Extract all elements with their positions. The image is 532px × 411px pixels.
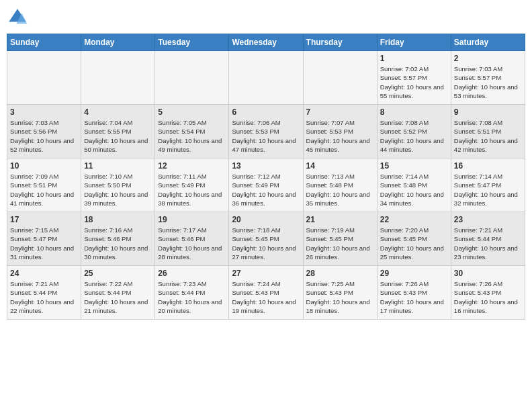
day-info: Sunrise: 7:05 AM Sunset: 5:54 PM Dayligh…: [158, 118, 226, 154]
day-number: 27: [232, 269, 300, 278]
weekday-friday: Friday: [377, 34, 451, 51]
day-number: 24: [10, 269, 78, 278]
weekday-saturday: Saturday: [451, 34, 525, 51]
day-cell: 18Sunrise: 7:16 AM Sunset: 5:46 PM Dayli…: [81, 212, 155, 266]
day-cell: 12Sunrise: 7:11 AM Sunset: 5:49 PM Dayli…: [155, 158, 229, 212]
day-number: 12: [158, 161, 226, 171]
day-number: 9: [454, 107, 522, 117]
day-cell: 28Sunrise: 7:25 AM Sunset: 5:43 PM Dayli…: [303, 266, 377, 320]
day-info: Sunrise: 7:25 AM Sunset: 5:43 PM Dayligh…: [306, 279, 374, 315]
day-number: 13: [232, 161, 300, 171]
day-info: Sunrise: 7:09 AM Sunset: 5:51 PM Dayligh…: [10, 172, 78, 208]
day-cell: 13Sunrise: 7:12 AM Sunset: 5:49 PM Dayli…: [229, 158, 303, 212]
page: SundayMondayTuesdayWednesdayThursdayFrid…: [0, 0, 532, 411]
calendar: SundayMondayTuesdayWednesdayThursdayFrid…: [7, 34, 525, 320]
day-cell: [229, 51, 303, 105]
day-cell: 5Sunrise: 7:05 AM Sunset: 5:54 PM Daylig…: [155, 105, 229, 158]
day-info: Sunrise: 7:26 AM Sunset: 5:43 PM Dayligh…: [380, 279, 448, 315]
header: [7, 7, 525, 28]
weekday-thursday: Thursday: [303, 34, 377, 51]
weekday-header-row: SundayMondayTuesdayWednesdayThursdayFrid…: [7, 34, 525, 51]
day-info: Sunrise: 7:20 AM Sunset: 5:45 PM Dayligh…: [380, 226, 448, 261]
day-cell: 24Sunrise: 7:21 AM Sunset: 5:44 PM Dayli…: [7, 266, 81, 320]
day-cell: [81, 51, 155, 105]
day-cell: 4Sunrise: 7:04 AM Sunset: 5:55 PM Daylig…: [81, 105, 155, 158]
logo-icon: [7, 7, 28, 28]
day-cell: 1Sunrise: 7:02 AM Sunset: 5:57 PM Daylig…: [377, 51, 451, 105]
week-row-0: 1Sunrise: 7:02 AM Sunset: 5:57 PM Daylig…: [7, 51, 525, 105]
day-cell: 17Sunrise: 7:15 AM Sunset: 5:47 PM Dayli…: [7, 212, 81, 266]
day-info: Sunrise: 7:19 AM Sunset: 5:45 PM Dayligh…: [306, 226, 374, 261]
day-info: Sunrise: 7:06 AM Sunset: 5:53 PM Dayligh…: [232, 118, 300, 154]
day-info: Sunrise: 7:14 AM Sunset: 5:48 PM Dayligh…: [380, 172, 448, 208]
day-cell: 26Sunrise: 7:23 AM Sunset: 5:44 PM Dayli…: [155, 266, 229, 320]
day-cell: 22Sunrise: 7:20 AM Sunset: 5:45 PM Dayli…: [377, 212, 451, 266]
day-cell: 2Sunrise: 7:03 AM Sunset: 5:57 PM Daylig…: [451, 51, 525, 105]
weekday-tuesday: Tuesday: [155, 34, 229, 51]
day-number: 10: [10, 161, 78, 171]
day-number: 3: [10, 107, 78, 117]
day-info: Sunrise: 7:22 AM Sunset: 5:44 PM Dayligh…: [84, 279, 152, 315]
day-number: 14: [306, 161, 374, 171]
day-info: Sunrise: 7:26 AM Sunset: 5:43 PM Dayligh…: [454, 279, 522, 315]
day-number: 4: [84, 107, 152, 117]
day-cell: 9Sunrise: 7:08 AM Sunset: 5:51 PM Daylig…: [451, 105, 525, 158]
day-info: Sunrise: 7:04 AM Sunset: 5:55 PM Dayligh…: [84, 118, 152, 154]
day-number: 11: [84, 161, 152, 171]
week-row-1: 3Sunrise: 7:03 AM Sunset: 5:56 PM Daylig…: [7, 105, 525, 158]
day-cell: 20Sunrise: 7:18 AM Sunset: 5:45 PM Dayli…: [229, 212, 303, 266]
day-cell: 30Sunrise: 7:26 AM Sunset: 5:43 PM Dayli…: [451, 266, 525, 320]
day-info: Sunrise: 7:08 AM Sunset: 5:52 PM Dayligh…: [380, 118, 448, 154]
day-cell: 3Sunrise: 7:03 AM Sunset: 5:56 PM Daylig…: [7, 105, 81, 158]
day-cell: 21Sunrise: 7:19 AM Sunset: 5:45 PM Dayli…: [303, 212, 377, 266]
week-row-4: 24Sunrise: 7:21 AM Sunset: 5:44 PM Dayli…: [7, 266, 525, 320]
day-number: 26: [158, 269, 226, 278]
day-number: 21: [306, 215, 374, 224]
day-info: Sunrise: 7:13 AM Sunset: 5:48 PM Dayligh…: [306, 172, 374, 208]
day-cell: 7Sunrise: 7:07 AM Sunset: 5:53 PM Daylig…: [303, 105, 377, 158]
day-number: 23: [454, 215, 522, 224]
day-number: 28: [306, 269, 374, 278]
day-number: 5: [158, 107, 226, 117]
day-cell: 15Sunrise: 7:14 AM Sunset: 5:48 PM Dayli…: [377, 158, 451, 212]
day-info: Sunrise: 7:15 AM Sunset: 5:47 PM Dayligh…: [10, 226, 78, 261]
day-number: 19: [158, 215, 226, 224]
day-info: Sunrise: 7:16 AM Sunset: 5:46 PM Dayligh…: [84, 226, 152, 261]
day-number: 2: [454, 54, 522, 63]
day-cell: [303, 51, 377, 105]
day-number: 15: [380, 161, 448, 171]
day-cell: 23Sunrise: 7:21 AM Sunset: 5:44 PM Dayli…: [451, 212, 525, 266]
day-number: 22: [380, 215, 448, 224]
day-cell: 19Sunrise: 7:17 AM Sunset: 5:46 PM Dayli…: [155, 212, 229, 266]
week-row-3: 17Sunrise: 7:15 AM Sunset: 5:47 PM Dayli…: [7, 212, 525, 266]
day-info: Sunrise: 7:03 AM Sunset: 5:56 PM Dayligh…: [10, 118, 78, 154]
day-info: Sunrise: 7:11 AM Sunset: 5:49 PM Dayligh…: [158, 172, 226, 208]
day-info: Sunrise: 7:12 AM Sunset: 5:49 PM Dayligh…: [232, 172, 300, 208]
logo: [7, 7, 31, 28]
day-info: Sunrise: 7:02 AM Sunset: 5:57 PM Dayligh…: [380, 64, 448, 100]
day-number: 16: [454, 161, 522, 171]
day-info: Sunrise: 7:08 AM Sunset: 5:51 PM Dayligh…: [454, 118, 522, 154]
day-cell: [7, 51, 81, 105]
day-number: 17: [10, 215, 78, 224]
day-cell: 27Sunrise: 7:24 AM Sunset: 5:43 PM Dayli…: [229, 266, 303, 320]
day-info: Sunrise: 7:24 AM Sunset: 5:43 PM Dayligh…: [232, 279, 300, 315]
day-number: 1: [380, 54, 448, 63]
day-cell: 16Sunrise: 7:14 AM Sunset: 5:47 PM Dayli…: [451, 158, 525, 212]
day-info: Sunrise: 7:23 AM Sunset: 5:44 PM Dayligh…: [158, 279, 226, 315]
day-cell: 6Sunrise: 7:06 AM Sunset: 5:53 PM Daylig…: [229, 105, 303, 158]
day-info: Sunrise: 7:03 AM Sunset: 5:57 PM Dayligh…: [454, 64, 522, 100]
day-cell: 10Sunrise: 7:09 AM Sunset: 5:51 PM Dayli…: [7, 158, 81, 212]
day-info: Sunrise: 7:10 AM Sunset: 5:50 PM Dayligh…: [84, 172, 152, 208]
day-info: Sunrise: 7:07 AM Sunset: 5:53 PM Dayligh…: [306, 118, 374, 154]
day-number: 30: [454, 269, 522, 278]
day-number: 25: [84, 269, 152, 278]
day-number: 18: [84, 215, 152, 224]
weekday-wednesday: Wednesday: [229, 34, 303, 51]
day-number: 29: [380, 269, 448, 278]
week-row-2: 10Sunrise: 7:09 AM Sunset: 5:51 PM Dayli…: [7, 158, 525, 212]
day-info: Sunrise: 7:17 AM Sunset: 5:46 PM Dayligh…: [158, 226, 226, 261]
day-number: 6: [232, 107, 300, 117]
day-info: Sunrise: 7:14 AM Sunset: 5:47 PM Dayligh…: [454, 172, 522, 208]
day-number: 8: [380, 107, 448, 117]
